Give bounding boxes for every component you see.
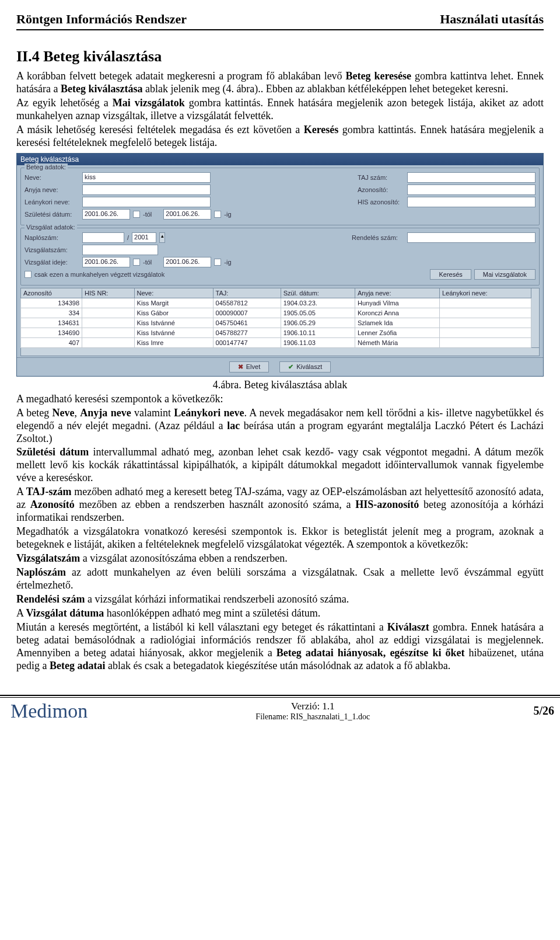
table-row[interactable]: 134398Kiss Margit0455878121904.03.23.Hun… bbox=[21, 298, 531, 308]
table-cell: 134398 bbox=[21, 298, 82, 308]
table-header[interactable]: Neve: bbox=[134, 288, 213, 298]
table-header[interactable]: Szül. dátum: bbox=[281, 288, 355, 298]
input-exam-from[interactable]: 2001.06.26. bbox=[82, 257, 130, 267]
input-mother[interactable] bbox=[82, 184, 211, 195]
label-to: -ig bbox=[224, 211, 231, 218]
window-titlebar: Beteg kiválasztása bbox=[17, 154, 543, 165]
body-p9: A Vizsgálat dátuma hasonlóképpen adható … bbox=[16, 607, 544, 620]
table-header[interactable]: Anyja neve: bbox=[355, 288, 439, 298]
table-cell bbox=[439, 308, 531, 318]
check-icon: ✔ bbox=[288, 363, 293, 371]
label-log: Naplószám: bbox=[24, 234, 79, 241]
input-maiden[interactable] bbox=[82, 197, 211, 207]
table-cell: 1906.05.29 bbox=[281, 318, 355, 328]
input-birth-to[interactable]: 2001.06.26. bbox=[163, 209, 211, 220]
label-name: Neve: bbox=[24, 174, 79, 181]
table-cell: 1905.05.05 bbox=[281, 308, 355, 318]
table-cell: 134631 bbox=[21, 318, 82, 328]
input-exam-to[interactable]: 2001.06.26. bbox=[163, 257, 211, 267]
label-examdate: Vizsgálat ideje: bbox=[24, 259, 79, 266]
table-cell: 045788277 bbox=[213, 328, 281, 337]
table-cell: Kiss Istvánné bbox=[134, 318, 213, 328]
table-cell bbox=[82, 337, 135, 347]
input-id[interactable] bbox=[407, 184, 536, 195]
checkbox-exam-to[interactable] bbox=[214, 259, 221, 266]
input-his[interactable] bbox=[407, 197, 536, 207]
table-row[interactable]: 134690Kiss Istvánné0457882771906.10.11Le… bbox=[21, 328, 531, 337]
section-heading: II.4 Beteg kiválasztása bbox=[16, 48, 544, 65]
table-cell: Hunyadi Vilma bbox=[355, 298, 439, 308]
body-p2: A beteg Neve, Anyja neve valamint Leányk… bbox=[16, 407, 544, 445]
figure-caption: 4.ábra. Beteg kiválasztása ablak bbox=[16, 379, 544, 392]
input-log[interactable] bbox=[82, 232, 124, 243]
doc-title-left: Röntgen Információs Rendszer bbox=[16, 12, 187, 27]
table-cell: Kiss Margit bbox=[134, 298, 213, 308]
table-row[interactable]: 407Kiss Imre0001477471906.11.03Németh Má… bbox=[21, 337, 531, 347]
table-cell bbox=[82, 298, 135, 308]
spinner-year[interactable]: ▴ bbox=[159, 232, 165, 243]
label-mother: Anyja neve: bbox=[24, 186, 79, 193]
table-cell: 045750461 bbox=[213, 318, 281, 328]
label-order: Rendelés szám: bbox=[352, 234, 404, 241]
table-header[interactable]: TAJ: bbox=[213, 288, 281, 298]
table-cell: Kiss Istvánné bbox=[134, 328, 213, 337]
table-cell: 134690 bbox=[21, 328, 82, 337]
label-from: -tól bbox=[143, 211, 152, 218]
table-row[interactable]: 334Kiss Gábor0000900071905.05.05Koronczi… bbox=[21, 308, 531, 318]
intro-para-2: Az egyik lehetőség a Mai vizsgálatok gom… bbox=[16, 97, 544, 123]
table-cell: 1906.11.03 bbox=[281, 337, 355, 347]
checkbox-local-only[interactable] bbox=[24, 271, 32, 278]
group-patient: Beteg adatok: Neve: kiss TAJ szám: Anyja… bbox=[20, 168, 540, 225]
table-cell: Kiss Imre bbox=[134, 337, 213, 347]
footer-version: Verzió: 1.1 bbox=[100, 701, 525, 712]
checkbox-exam-from[interactable] bbox=[133, 259, 140, 266]
body-p3: Születési dátum intervallummal adható me… bbox=[16, 446, 544, 485]
table-row[interactable]: 134631Kiss Istvánné0457504611906.05.29Sz… bbox=[21, 318, 531, 328]
table-cell bbox=[439, 328, 531, 337]
input-taj[interactable] bbox=[407, 172, 536, 183]
label-local-only: csak ezen a munkahelyen végzett vizsgála… bbox=[34, 271, 164, 278]
table-header[interactable]: Azonosító bbox=[21, 288, 82, 298]
table-cell: Lenner Zsófia bbox=[355, 328, 439, 337]
body-p10: Miután a keresés megtörtént, a listából … bbox=[16, 621, 544, 673]
label-exam-tol: -tól bbox=[143, 259, 152, 266]
label-birthdate: Születési dátum: bbox=[24, 211, 79, 218]
input-order[interactable] bbox=[407, 232, 536, 243]
table-cell bbox=[439, 337, 531, 347]
body-p6: Vizsgálatszám a vizsgálat azonosítószáma… bbox=[16, 552, 544, 565]
input-examno[interactable] bbox=[82, 245, 158, 255]
table-header[interactable]: HIS NR: bbox=[82, 288, 135, 298]
label-his: HIS azonosító: bbox=[358, 199, 404, 206]
checkbox-birth-from[interactable] bbox=[133, 211, 140, 218]
checkbox-birth-to[interactable] bbox=[214, 211, 221, 218]
vertical-scrollbar[interactable] bbox=[531, 288, 540, 348]
x-icon: ✖ bbox=[238, 363, 243, 371]
footer-rule-1 bbox=[0, 695, 560, 696]
today-exams-button[interactable]: Mai vizsgálatok bbox=[474, 269, 536, 280]
input-year[interactable]: 2001 bbox=[132, 232, 156, 243]
input-birth-from[interactable]: 2001.06.26. bbox=[82, 209, 130, 220]
table-cell: 334 bbox=[21, 308, 82, 318]
select-button[interactable]: ✔Kiválaszt bbox=[279, 361, 331, 372]
table-cell: 000090007 bbox=[213, 308, 281, 318]
search-button[interactable]: Keresés bbox=[430, 269, 471, 280]
table-cell: 1904.03.23. bbox=[281, 298, 355, 308]
body-p5: Megadhatók a vizsgálatokra vonatkozó ker… bbox=[16, 525, 544, 551]
results-table[interactable]: AzonosítóHIS NR:Neve:TAJ:Szül. dátum:Any… bbox=[20, 288, 531, 348]
label-examno: Vizsgálatszám: bbox=[24, 246, 79, 253]
intro-para-1: A korábban felvett betegek adatait megke… bbox=[16, 70, 544, 96]
table-cell: 1906.10.11 bbox=[281, 328, 355, 337]
body-p1: A megadható keresési szempontok a követk… bbox=[16, 393, 544, 406]
discard-button[interactable]: ✖Elvet bbox=[229, 361, 269, 372]
table-cell: Németh Mária bbox=[355, 337, 439, 347]
label-id: Azonosító: bbox=[358, 186, 404, 193]
footer-page: 5/26 bbox=[533, 704, 554, 718]
table-cell bbox=[82, 328, 135, 337]
input-name[interactable]: kiss bbox=[82, 172, 211, 183]
body-p8: Rendelési szám a vizsgálat kórházi infor… bbox=[16, 593, 544, 606]
horizontal-scrollbar[interactable] bbox=[20, 348, 540, 356]
table-header[interactable]: Leánykori neve: bbox=[439, 288, 531, 298]
doc-title-right: Használati utasítás bbox=[440, 12, 544, 27]
body-p7: Naplószám az adott munkahelyen az éven b… bbox=[16, 566, 544, 592]
label-slash: / bbox=[127, 234, 129, 241]
